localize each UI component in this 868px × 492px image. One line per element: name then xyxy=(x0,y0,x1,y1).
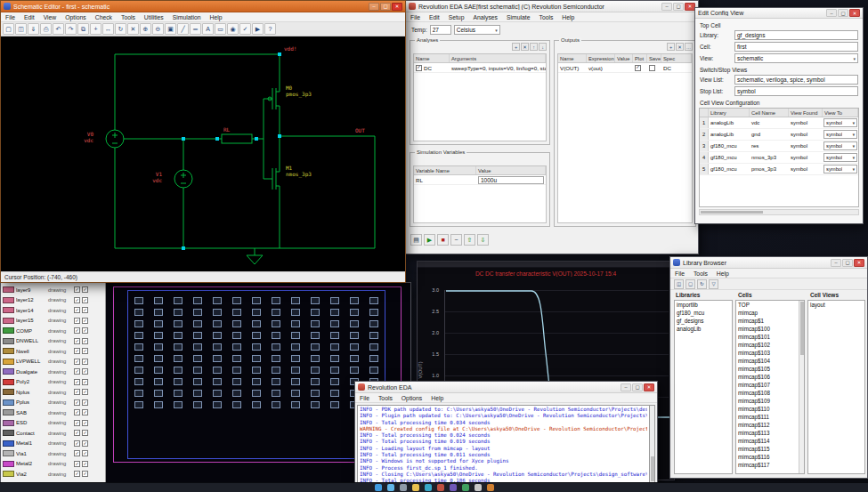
config-titlebar[interactable]: Edit Config View –▢✕ xyxy=(695,8,863,19)
variable-row[interactable]: RL 1000u xyxy=(414,175,546,185)
instance-label-v1[interactable]: V1 xyxy=(156,171,163,177)
layer-row[interactable]: Poly2 drawing ✓ ✓ xyxy=(1,377,105,388)
close-button[interactable]: ✕ xyxy=(392,3,402,11)
menu-item[interactable]: Simulate xyxy=(502,14,534,20)
cell-item[interactable]: mimcap$103 xyxy=(736,349,804,357)
layer-visible-checkbox[interactable]: ✓ xyxy=(74,389,80,395)
instance-label-pmos[interactable]: M0 xyxy=(286,85,293,91)
zoom-out-icon[interactable]: ⊖ xyxy=(152,23,164,35)
menu-item[interactable]: Options xyxy=(397,395,426,401)
view-to-select[interactable]: symbol xyxy=(823,141,857,150)
variable-value-input[interactable]: 1000u xyxy=(478,176,544,184)
layer-select-checkbox[interactable]: ✓ xyxy=(82,297,88,303)
scrollbar-thumb[interactable] xyxy=(701,211,763,214)
layer-visible-checkbox[interactable]: ✓ xyxy=(74,409,80,415)
cell-item[interactable]: mimcap$117 xyxy=(736,461,804,469)
cell-item[interactable]: TOP xyxy=(736,301,804,309)
layer-visible-checkbox[interactable]: ✓ xyxy=(74,297,80,303)
layer-row[interactable]: Via1 drawing ✓ ✓ xyxy=(1,448,105,459)
config-hscrollbar[interactable] xyxy=(699,209,859,215)
view-to-select[interactable]: symbol xyxy=(823,165,857,173)
net-label-out[interactable]: OUT xyxy=(355,127,365,133)
layer-visible-checkbox[interactable]: ✓ xyxy=(74,318,80,324)
view-list-field[interactable]: schematic, veriloga, spice, symbol xyxy=(734,75,858,85)
layer-swatch[interactable] xyxy=(3,461,14,467)
view-to-select[interactable]: symbol xyxy=(823,153,857,162)
library-item[interactable]: importlib xyxy=(675,301,732,309)
menu-item[interactable]: Analyses xyxy=(468,14,502,20)
layer-row[interactable]: Metal2 drawing ✓ ✓ xyxy=(1,459,105,470)
layer-swatch[interactable] xyxy=(3,368,14,375)
cells-list[interactable]: TOPmimcapmimcap$1mimcap$100mimcap$101mim… xyxy=(735,300,805,474)
minimize-button[interactable]: – xyxy=(369,3,379,11)
temp-input[interactable]: 27 xyxy=(430,25,451,35)
scrollbar-thumb[interactable] xyxy=(651,456,654,481)
layer-visible-checkbox[interactable]: ✓ xyxy=(74,399,80,406)
menu-item[interactable]: Help xyxy=(426,395,448,401)
cell-item[interactable]: mimcap$110 xyxy=(736,405,804,413)
layer-visible-checkbox[interactable]: ✓ xyxy=(74,307,80,313)
library-titlebar[interactable]: Library Browser –▢✕ xyxy=(670,257,867,269)
libraries-list[interactable]: importlibgf180_mcugf_designsanalogLib xyxy=(674,300,733,474)
cell-item[interactable]: mimcap$111 xyxy=(736,413,804,421)
add-wire-icon[interactable]: ╱ xyxy=(177,23,189,35)
menu-item[interactable]: File xyxy=(1,14,20,20)
layer-select-checkbox[interactable]: ✓ xyxy=(82,430,88,436)
layer-swatch[interactable] xyxy=(3,471,14,477)
layer-row[interactable]: SAB drawing ✓ ✓ xyxy=(1,407,105,418)
layer-swatch[interactable] xyxy=(3,297,14,303)
minimize-button[interactable]: – xyxy=(621,383,631,391)
cell-item[interactable]: mimcap$116 xyxy=(736,453,804,461)
column-header[interactable]: Spec xyxy=(661,54,692,62)
column-header[interactable]: Arguments xyxy=(450,54,546,62)
app-icon-4[interactable] xyxy=(475,484,482,491)
app-icon-1[interactable] xyxy=(437,484,444,491)
layer-select-checkbox[interactable]: ✓ xyxy=(82,399,88,406)
menu-item[interactable]: File xyxy=(406,14,425,20)
waveform-icon[interactable]: ~ xyxy=(450,234,462,246)
analysis-row[interactable]: ✓DC sweepType=0, inputs=V0, lin/log=0, s… xyxy=(414,63,546,73)
move-icon[interactable]: + xyxy=(90,23,101,35)
run-simulation-icon[interactable]: ▶ xyxy=(424,234,435,246)
layer-row[interactable]: Metal1 drawing ✓ ✓ xyxy=(1,439,105,449)
cell-item[interactable]: mimcap$107 xyxy=(736,381,804,389)
layer-swatch[interactable] xyxy=(3,348,14,354)
layer-select-checkbox[interactable]: ✓ xyxy=(82,318,88,324)
rotate-icon[interactable]: ↻ xyxy=(115,23,126,35)
layer-select-checkbox[interactable]: ✓ xyxy=(82,348,88,354)
desktop[interactable]: layer9 drawing ✓ ✓ layer12 drawing ✓ ✓ l… xyxy=(0,0,868,492)
start-icon[interactable] xyxy=(375,484,382,491)
layer-swatch[interactable] xyxy=(3,440,14,447)
add-pin-icon[interactable]: ◉ xyxy=(227,23,239,35)
config-row[interactable]: 4 gf180_mcu nmos_3p3 symbol symbol xyxy=(700,152,858,164)
cell-item[interactable]: mimcap$101 xyxy=(736,333,804,341)
layer-swatch[interactable] xyxy=(3,389,14,395)
print-icon[interactable]: ⎙ xyxy=(40,23,52,35)
edge-icon[interactable] xyxy=(425,484,432,491)
minimize-button[interactable]: – xyxy=(661,3,672,11)
layer-swatch[interactable] xyxy=(3,327,14,334)
layer-row[interactable]: Contact drawing ✓ ✓ xyxy=(1,428,105,439)
output-row[interactable]: V(OUT) v(out) ✓ DC xyxy=(558,63,692,73)
layer-select-checkbox[interactable]: ✓ xyxy=(82,307,88,313)
cell-item[interactable]: mimcap$102 xyxy=(736,341,804,349)
menu-item[interactable]: Edit xyxy=(425,14,444,20)
layer-visible-checkbox[interactable]: ✓ xyxy=(74,461,80,467)
cell-item[interactable]: mimcap$106 xyxy=(736,373,804,381)
column-header[interactable]: Name xyxy=(414,54,450,62)
plot-checkbox[interactable]: ✓ xyxy=(635,65,641,71)
layer-select-checkbox[interactable]: ✓ xyxy=(82,379,88,385)
layer-swatch[interactable] xyxy=(3,359,14,365)
add-output-icon[interactable]: + xyxy=(667,43,675,51)
layer-visible-checkbox[interactable]: ✓ xyxy=(74,430,80,436)
layer-swatch[interactable] xyxy=(3,409,14,415)
layer-select-checkbox[interactable]: ✓ xyxy=(82,359,88,365)
redo-icon[interactable]: ↷ xyxy=(65,23,77,35)
library-item[interactable]: gf180_mcu xyxy=(675,309,732,317)
layer-visible-checkbox[interactable]: ✓ xyxy=(74,338,80,344)
minimize-button[interactable]: – xyxy=(831,259,841,267)
layer-row[interactable]: Nwell drawing ✓ ✓ xyxy=(1,346,105,357)
delete-output-icon[interactable]: ✕ xyxy=(676,43,684,51)
edit-output-icon[interactable]: … xyxy=(685,43,693,51)
menu-item[interactable]: Edit xyxy=(20,14,39,20)
